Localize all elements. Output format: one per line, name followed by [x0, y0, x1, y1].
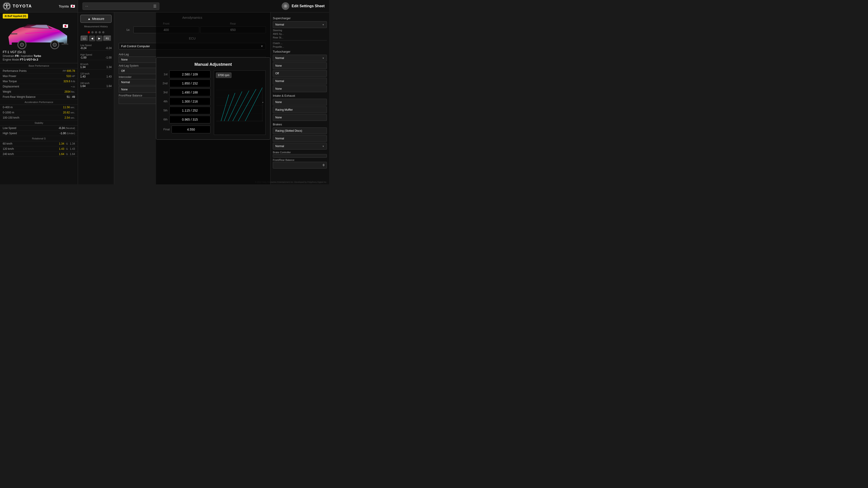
bop-badge: ⚖ BoP Applied (H) — [3, 14, 28, 19]
front-rear-balance-value[interactable]: 0 — [273, 162, 327, 168]
front-rear-balance-num: 0 — [323, 164, 324, 167]
measure-low-val2: -0.24 — [105, 46, 112, 50]
brakes-value2[interactable]: Normal — [273, 135, 327, 142]
gear-2-label: 2nd — [161, 82, 167, 85]
measure-120: 120 km/h 1.43 1.43 — [80, 72, 112, 79]
4ws-label: 4WS Sy... — [273, 33, 327, 35]
rpm-chart: 9700 rpm — [214, 70, 266, 135]
measure-triangle-icon: ▲ — [88, 17, 91, 21]
final-label: Final — [161, 128, 170, 131]
edit-settings-button[interactable]: Edit Settings Sheet — [282, 2, 324, 10]
rear-st-label: Rear St... — [273, 36, 327, 39]
measure-panel: ▲ Measure Measurement History L1 ◀ ▶ R1 — [78, 12, 114, 184]
measure-120-val: 1.43 — [80, 75, 86, 78]
top-bar: -- ☰ Edit Settings Sheet — [78, 0, 329, 12]
country-name: Toyota — [59, 4, 69, 8]
onetwenty-value: 1.43 — [59, 147, 64, 151]
aero-downforce-label: Lv. — [119, 28, 132, 31]
nav-next-button[interactable]: ▶ — [96, 36, 102, 41]
high-speed-value: -1.00 — [60, 132, 66, 135]
supercharger-dropdown[interactable]: Normal ▼ — [273, 21, 327, 28]
car-svg — [7, 22, 70, 49]
gear-chart-svg — [214, 71, 266, 134]
power-row: Max Power 516 HP — [0, 74, 78, 79]
gear-4-value[interactable]: 1.300 / 216 — [169, 98, 211, 105]
brand-bar: TOYOTA Toyota 🇯🇵 — [0, 0, 78, 12]
turbocharger-arrow-icon: ▼ — [322, 57, 324, 59]
gear-6-label: 6th — [161, 118, 167, 121]
svg-point-12 — [53, 43, 57, 46]
balance-value: 51 : 49 — [67, 95, 75, 98]
right-anti-lag[interactable]: None — [273, 62, 327, 69]
brake-controller-value[interactable] — [273, 154, 327, 158]
rpm-badge: 9700 rpm — [216, 72, 231, 78]
edit-settings-label: Edit Settings Sheet — [291, 4, 324, 8]
steering-label: Steering — [273, 29, 327, 32]
sixty-val2: 1.34 — [70, 142, 75, 145]
l1-button[interactable]: L1 — [81, 36, 88, 41]
measure-120-val2: 1.43 — [106, 75, 112, 78]
low-speed-label: Low Speed — [3, 127, 16, 130]
gear-row-5: 5th 1.115 / 252 — [161, 107, 211, 114]
measure-button[interactable]: ▲ Measure — [80, 15, 112, 23]
sixty-label: 60 km/h — [3, 142, 12, 145]
brand-name: TOYOTA — [13, 4, 32, 8]
weight-unit: lbs. — [71, 90, 75, 93]
measure-high-val: -1.00 — [80, 56, 86, 59]
high-speed-row: High Speed -1.00 (Under) — [0, 131, 78, 136]
right-intercooler-2[interactable]: None — [273, 86, 327, 92]
svg-rect-7 — [61, 43, 68, 45]
base-performance-header: Base Performance — [0, 63, 78, 68]
stability-header: Stability — [0, 121, 78, 126]
gear-6-value[interactable]: 0.965 / 315 — [169, 116, 211, 123]
acceleration-header: Acceleration Performance — [0, 100, 78, 105]
right-intercooler-1[interactable]: Normal — [273, 78, 327, 85]
onetwenty-row: 120 km/h 1.43 G 1.43 — [0, 147, 78, 152]
turbocharger-dropdown[interactable]: Normal ▼ — [273, 55, 327, 61]
country-label: Toyota 🇯🇵 — [59, 4, 75, 8]
high-speed-label: High Speed — [3, 132, 17, 135]
final-value[interactable]: 4.550 — [172, 126, 211, 133]
gear-2-value[interactable]: 1.850 / 152 — [169, 79, 211, 87]
gear-1-value[interactable]: 2.580 / 109 — [169, 70, 211, 78]
displacement-unit: cc — [72, 85, 75, 88]
right-panel: Supercharger Normal ▼ Steering 4WS Sy...… — [270, 12, 329, 184]
gear-3-value[interactable]: 1.490 / 188 — [169, 89, 211, 96]
low-speed-value: -0.24 — [59, 127, 65, 130]
racing-muffler[interactable]: Racing Muffler — [273, 106, 327, 113]
gear-icon — [283, 4, 287, 8]
turbocharger-section-title: Turbocharger — [273, 50, 327, 53]
power-value: 516 — [66, 74, 71, 78]
zero-400-label: 0-400 m — [3, 106, 13, 109]
history-dots — [88, 31, 104, 33]
nav-prev-button[interactable]: ◀ — [89, 36, 95, 41]
low-speed-row: Low Speed -0.24 (Neutral) — [0, 126, 78, 131]
zero-1000-row: 0-1000 m 20.82 sec. — [0, 110, 78, 115]
aspiration-value: Turbo — [34, 55, 41, 58]
gear-5-value[interactable]: 1.115 / 252 — [169, 107, 211, 114]
measure-60-label: 60 km/h — [80, 63, 112, 66]
right-anti-lag-system[interactable]: Off — [273, 70, 327, 77]
sixty-row: 60 km/h 1.34 G 1.34 — [0, 141, 78, 147]
measurement-history-label: Measurement History — [80, 25, 112, 28]
brakes-value1[interactable]: Racing (Slotted Discs) — [273, 127, 327, 134]
intake-value3[interactable]: None — [273, 114, 327, 121]
intake-value1[interactable]: None — [273, 99, 327, 105]
brakes-section-title: Brakes — [273, 123, 327, 126]
svg-point-16 — [284, 4, 287, 8]
zero-1000-label: 0-1000 m — [3, 111, 14, 114]
gear-table: 1st 2.580 / 109 2nd 1.850 / 152 3rd 1.49… — [161, 70, 211, 135]
r1-button[interactable]: R1 — [103, 36, 111, 41]
settings-icon — [282, 2, 289, 10]
divider-1 — [273, 40, 327, 40]
search-bar[interactable]: -- ☰ — [83, 2, 159, 10]
menu-icon[interactable]: ☰ — [153, 4, 156, 8]
sixty-unit: G — [66, 142, 68, 145]
modal-content: 1st 2.580 / 109 2nd 1.850 / 152 3rd 1.49… — [161, 70, 266, 135]
modal-overlay: Manual Adjustment 1st 2.580 / 109 2nd 1.… — [156, 12, 270, 184]
toyota-logo: TOYOTA — [3, 2, 32, 10]
measure-240-val: 1.64 — [80, 85, 86, 88]
zero-400-value: 11.56 — [63, 106, 70, 109]
weight-label: Weight — [3, 90, 11, 93]
brakes-dropdown[interactable]: Normal ▼ — [273, 143, 327, 150]
